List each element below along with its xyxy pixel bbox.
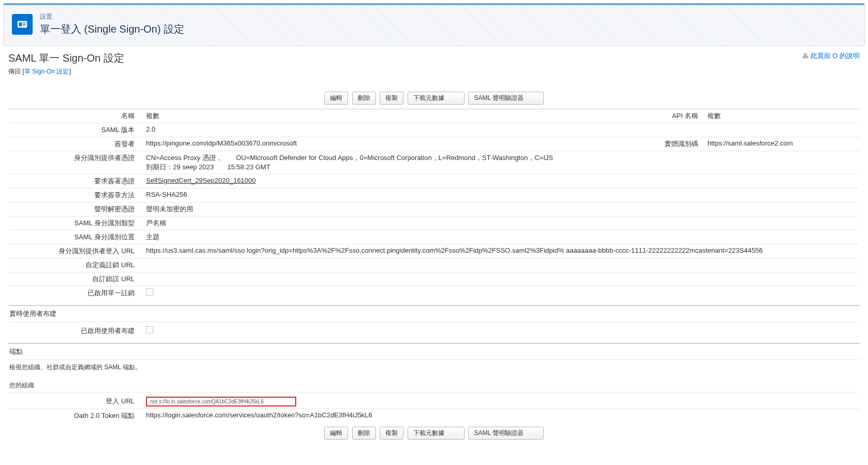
svg-rect-3 (23, 24, 25, 25)
label-idp-login-url: 身分識別提供者登入 URL (8, 244, 143, 258)
label-login-url: 登入 URL (8, 395, 143, 409)
clone-button[interactable]: 複製 (380, 92, 403, 105)
value-custom-error-url (143, 272, 860, 286)
sso-settings-icon (12, 14, 33, 35)
value-issuer: https://pingone.com/idp/M365x003670.onmi… (143, 137, 642, 151)
back-link-row: 傳回 [單 Sign-On 設定] (8, 67, 860, 76)
endpoints-table: 登入 URL not s://lo in.salesforce.comQA1bC… (8, 395, 860, 423)
delete-button[interactable]: 刪除 (352, 92, 376, 105)
idp-cert-line1: CN=Access Proxy 憑證， OU=Microsoft Defende… (146, 153, 857, 163)
header-titles: 設置 單一登入 (Single Sign-On) 設定 (40, 12, 184, 36)
label-req-sign-method: 要求簽章方法 (8, 188, 143, 202)
edit-button-bottom[interactable]: 編輯 (324, 427, 348, 440)
label-name: 名稱 (8, 109, 143, 123)
page-title: SAML 單一 Sign-On 設定 (8, 51, 124, 65)
value-saml-id-loc: 主題 (143, 230, 860, 244)
saml-detail-table: 名稱 複數 API 名稱 複數 SAML 版本 2.0 簽發者 https://… (8, 109, 860, 300)
label-idp-cert: 身分識別提供者憑證 (8, 151, 143, 175)
help-link[interactable]: 🖶 此頁面 О 的說明 (802, 51, 860, 61)
value-saml-version: 2.0 (143, 123, 860, 137)
section-endpoints-desc: 檢視您組織、社群或自定義網域的 SAML 端點。 (8, 360, 860, 379)
clone-button-bottom[interactable]: 複製 (380, 427, 403, 440)
value-idp-login-url: https://us3.saml.cas.ms/saml/sso login?o… (143, 244, 860, 258)
label-custom-error-url: 自訂錯誤 URL (8, 272, 143, 286)
req-sign-cert-link[interactable]: SelfSignedCert_29Sep2020_161000 (146, 177, 256, 184)
value-saml-id-type: 戶名稱 (143, 216, 860, 230)
label-jit-enabled: 已啟用使用者布建 (8, 324, 143, 338)
label-entity-id: 實體識別碼 (642, 137, 704, 151)
label-saml-id-loc: SAML 身分識別位置 (8, 230, 143, 244)
value-req-sign-method: RSA-SHA256 (143, 188, 860, 202)
value-custom-logout-url (143, 258, 860, 272)
back-link[interactable]: 單 Sign-On 設定 (24, 68, 69, 75)
download-metadata-button[interactable]: 下載元數據 (408, 92, 465, 105)
svg-rect-2 (23, 22, 25, 23)
section-jit-header: 實時使用者布建 (8, 305, 860, 322)
label-issuer: 簽發者 (8, 137, 143, 151)
value-entity-id: https://saml.salesforce2.com (704, 137, 860, 151)
login-url-highlight: not s://lo in.salesforce.comQA1bC2dE3fH4… (146, 397, 296, 406)
label-req-sign-cert: 要求簽署憑證 (8, 175, 143, 188)
svg-rect-1 (19, 22, 22, 26)
content-area: SAML 單一 Sign-On 設定 🖶 此頁面 О 的說明 傳回 [單 Sig… (0, 51, 868, 454)
back-suffix: ] (69, 68, 70, 75)
label-api-name: API 名稱 (642, 109, 704, 123)
print-icon: 🖶 (802, 52, 808, 60)
page-header: 設置 單一登入 (Single Sign-On) 設定 (3, 3, 865, 46)
label-custom-logout-url: 自定義註銷 URL (8, 258, 143, 272)
idp-cert-line2: 到期日：29 seep 2023 15:58:23 GMT (146, 163, 857, 172)
value-idp-cert: CN=Access Proxy 憑證， OU=Microsoft Defende… (143, 151, 860, 175)
value-oauth-endpoint: https://login.salesforce.com/services/oa… (143, 409, 860, 423)
header-title: 單一登入 (Single Sign-On) 設定 (40, 22, 184, 36)
slo-checkbox (146, 288, 153, 296)
section-your-org: 您的組織 (8, 379, 860, 393)
value-api-name: 複數 (704, 109, 860, 123)
help-link-text: 此頁面 О 的說明 (811, 51, 860, 61)
back-prefix: 傳回 [ (8, 68, 24, 75)
jit-checkbox (146, 326, 153, 333)
jit-table: 已啟用使用者布建 (8, 324, 860, 338)
value-req-sign-cert: SelfSignedCert_29Sep2020_161000 (143, 175, 860, 188)
edit-button[interactable]: 編輯 (324, 92, 348, 105)
value-slo-enabled (143, 286, 860, 300)
value-name: 複數 (143, 109, 642, 123)
value-assert-decrypt-cert: 聲明未加密的用 (143, 202, 860, 216)
label-oauth-endpoint: Oath 2.0 Token 端點 (8, 409, 143, 423)
download-metadata-button-bottom[interactable]: 下載元數據 (408, 427, 465, 440)
label-saml-version: SAML 版本 (8, 123, 143, 137)
section-endpoints-header: 端點 (8, 343, 860, 360)
bottom-button-row: 編輯 刪除 複製 下載元數據 SAML 聲明驗證器 (8, 427, 860, 440)
top-button-row: 編輯 刪除 複製 下載元數據 SAML 聲明驗證器 (8, 92, 860, 105)
delete-button-bottom[interactable]: 刪除 (352, 427, 376, 440)
value-login-url: not s://lo in.salesforce.comQA1bC2dE3fH4… (143, 395, 860, 409)
header-supertitle: 設置 (40, 12, 184, 21)
label-slo-enabled: 已啟用單一註銷 (8, 286, 143, 300)
saml-validator-button-bottom[interactable]: SAML 聲明驗證器 (468, 427, 544, 440)
label-saml-id-type: SAML 身分識別類型 (8, 216, 143, 230)
value-jit-enabled (143, 324, 860, 338)
label-assert-decrypt-cert: 聲明解密憑證 (8, 202, 143, 216)
saml-validator-button[interactable]: SAML 聲明驗證器 (468, 92, 544, 105)
